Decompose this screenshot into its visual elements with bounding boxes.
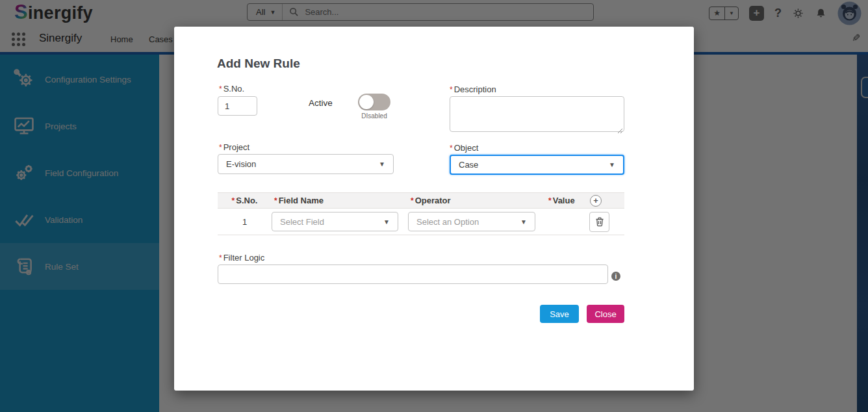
operator-select[interactable]: Select an Option ▼ (408, 212, 535, 231)
filter-logic-label: *Filter Logic (219, 253, 264, 263)
required-asterisk: * (219, 84, 222, 94)
active-label: Active (309, 98, 333, 108)
required-asterisk: * (450, 85, 453, 94)
project-label: *Project (219, 142, 249, 152)
required-asterisk: * (450, 144, 453, 153)
project-select[interactable]: E-vision ▼ (218, 154, 394, 174)
criteria-table-row: 1 Select Field ▼ Select an Option ▼ (218, 209, 624, 235)
chevron-down-icon: ▼ (520, 218, 527, 225)
object-selected-value: Case (459, 160, 478, 170)
criteria-table: *S.No. *Field Name *Operator *Value + 1 … (218, 192, 624, 235)
description-label: *Description (450, 84, 496, 94)
object-select[interactable]: Case ▼ (450, 155, 624, 175)
header-sno: *S.No. (218, 196, 272, 205)
trash-icon (595, 217, 604, 227)
app-screen: Sinergify All ▼ ★ ▼ + ? (0, 0, 868, 412)
project-selected-value: E-vision (226, 159, 256, 169)
description-textarea[interactable] (450, 96, 624, 132)
header-field-name: *Field Name (272, 196, 408, 205)
required-asterisk: * (219, 253, 222, 263)
criteria-table-header: *S.No. *Field Name *Operator *Value + (218, 192, 624, 209)
add-new-rule-modal: Add New Rule *S.No. Active DIsabled *Des… (174, 27, 694, 391)
resize-handle-icon[interactable] (617, 125, 623, 136)
modal-title: Add New Rule (217, 57, 300, 71)
sno-label: *S.No. (219, 84, 244, 94)
operator-placeholder: Select an Option (416, 217, 479, 227)
sno-input[interactable] (218, 96, 257, 116)
chevron-down-icon: ▼ (609, 161, 615, 168)
active-toggle[interactable] (358, 94, 390, 110)
save-button[interactable]: Save (540, 305, 579, 323)
object-label: *Object (450, 143, 478, 153)
field-name-placeholder: Select Field (280, 217, 324, 227)
header-operator: *Operator (408, 196, 535, 205)
add-row-button[interactable]: + (590, 195, 602, 207)
close-button[interactable]: Close (587, 305, 624, 323)
required-asterisk: * (219, 143, 222, 152)
chevron-down-icon: ▼ (379, 161, 385, 168)
field-name-select[interactable]: Select Field ▼ (272, 212, 398, 231)
filter-logic-input[interactable] (218, 264, 608, 284)
delete-row-button[interactable] (589, 212, 609, 232)
chevron-down-icon: ▼ (383, 218, 390, 225)
active-toggle-caption: DIsabled (355, 112, 394, 120)
row-sno: 1 (218, 217, 272, 227)
header-value: *Value (535, 196, 589, 205)
info-icon[interactable]: i (611, 272, 620, 281)
